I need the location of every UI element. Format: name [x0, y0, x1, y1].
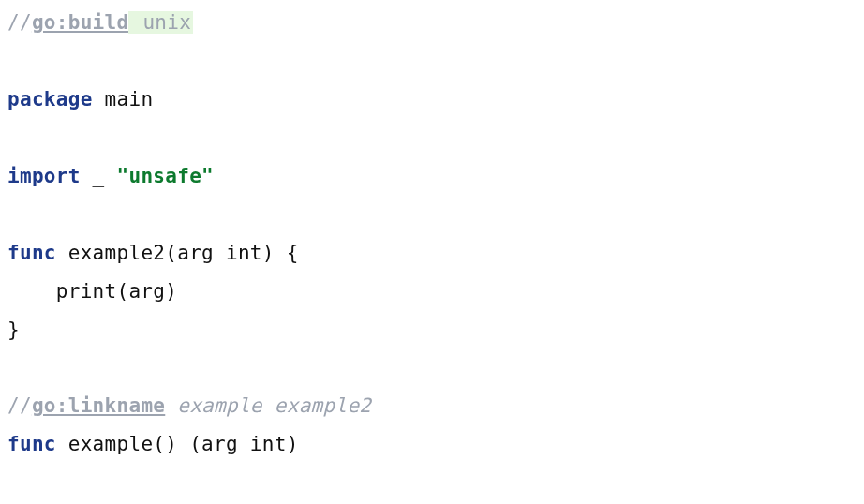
comment-slash-2: // — [7, 394, 32, 417]
func-example2-rest: example2(arg int) { — [56, 242, 299, 264]
func-example-rest: example() (arg int) — [56, 433, 299, 455]
comment-slash: // — [7, 11, 32, 34]
code-block: //go:build unix package main import _ "u… — [7, 4, 857, 464]
import-declaration: import _ "unsafe" — [7, 165, 214, 187]
keyword-func: func — [7, 242, 56, 264]
go-linkname-directive: go:linkname — [32, 394, 165, 417]
keyword-func-2: func — [7, 433, 56, 455]
func-body-print: print(arg) — [7, 280, 177, 303]
package-declaration: package main — [7, 88, 153, 111]
keyword-package: package — [7, 88, 93, 111]
import-path-unsafe: "unsafe" — [117, 165, 215, 187]
import-blank: _ — [81, 165, 117, 187]
go-build-directive: go:build — [32, 11, 129, 34]
linkname-args: example example2 — [165, 394, 371, 417]
func-example-signature: func example() (arg int) — [7, 433, 299, 455]
func-example2-signature: func example2(arg int) { — [7, 242, 299, 264]
func-close-brace: } — [7, 319, 20, 341]
build-directive-line: //go:build unix — [7, 11, 193, 34]
build-tag-unix: unix — [128, 11, 193, 34]
package-name: main — [93, 88, 154, 111]
linkname-directive-line: //go:linkname example example2 — [7, 394, 371, 417]
keyword-import: import — [7, 165, 81, 187]
